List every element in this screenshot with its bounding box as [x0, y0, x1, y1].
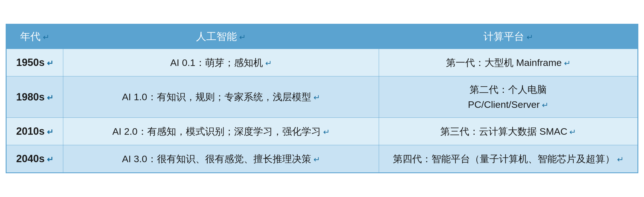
main-table-container: 年代 ↵ 人工智能 ↵ 计算平台 ↵ 1950s ↵ AI 0.1：萌芽；感知机… [6, 24, 638, 173]
header-ai-return: ↵ [237, 33, 246, 42]
era-2040s: 2040s ↵ [7, 145, 63, 173]
platform-1980s: 第二代：个人电脑PC/Client/Server ↵ [379, 76, 638, 117]
header-era-return: ↵ [41, 33, 49, 42]
ai-2010s: AI 2.0：有感知，模式识别；深度学习，强化学习 ↵ [63, 118, 379, 145]
header-ai: 人工智能 ↵ [63, 25, 379, 49]
ai-2040s: AI 3.0：很有知识、很有感觉、擅长推理决策 ↵ [63, 145, 379, 173]
platform-2010s: 第三代：云计算大数据 SMAC ↵ [379, 118, 638, 145]
ai-1950s: AI 0.1：萌芽；感知机 ↵ [63, 49, 379, 76]
era-2010s: 2010s ↵ [7, 118, 63, 145]
table-row: 2040s ↵ AI 3.0：很有知识、很有感觉、擅长推理决策 ↵ 第四代：智能… [7, 145, 638, 173]
table-row: 2010s ↵ AI 2.0：有感知，模式识别；深度学习，强化学习 ↵ 第三代：… [7, 118, 638, 145]
ai-generations-table: 年代 ↵ 人工智能 ↵ 计算平台 ↵ 1950s ↵ AI 0.1：萌芽；感知机… [6, 24, 638, 173]
era-1950s: 1950s ↵ [7, 49, 63, 76]
header-row: 年代 ↵ 人工智能 ↵ 计算平台 ↵ [7, 25, 638, 49]
ai-1980s: AI 1.0：有知识，规则；专家系统，浅层模型 ↵ [63, 76, 379, 117]
header-platform: 计算平台 ↵ [379, 25, 638, 49]
platform-1950s: 第一代：大型机 Mainframe ↵ [379, 49, 638, 76]
header-platform-return: ↵ [524, 33, 533, 42]
platform-2040s: 第四代：智能平台（量子计算机、智能芯片及超算） ↵ [379, 145, 638, 173]
era-1980s: 1980s ↵ [7, 76, 63, 117]
table-row: 1980s ↵ AI 1.0：有知识，规则；专家系统，浅层模型 ↵ 第二代：个人… [7, 76, 638, 117]
table-row: 1950s ↵ AI 0.1：萌芽；感知机 ↵ 第一代：大型机 Mainfram… [7, 49, 638, 76]
header-era: 年代 ↵ [7, 25, 63, 49]
